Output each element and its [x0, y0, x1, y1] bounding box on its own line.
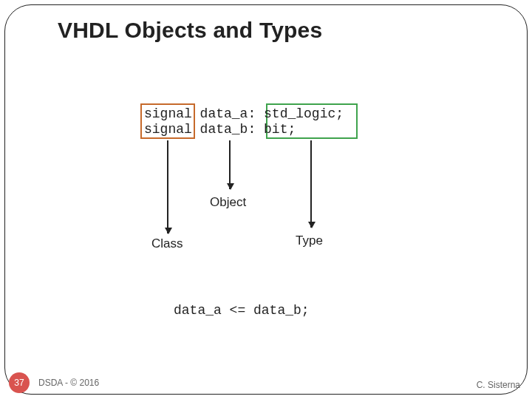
label-type: Type	[296, 233, 323, 248]
code-assignment: data_a <= data_b;	[174, 303, 310, 318]
footer-author: C. Sisterna	[477, 380, 520, 390]
code-line-1: signal data_a: std_logic;	[144, 106, 344, 121]
page-number-badge: 37	[9, 372, 30, 393]
label-object: Object	[210, 195, 246, 210]
footer-copyright: DSDA - © 2016	[38, 378, 99, 388]
arrow-to-object	[229, 140, 231, 189]
slide: VHDL Objects and Types signal data_a: st…	[0, 0, 532, 399]
footer-left-wrap: 37 DSDA - © 2016	[9, 372, 99, 393]
label-class: Class	[151, 236, 183, 251]
code-line-2: signal data_b: bit;	[144, 122, 296, 137]
rounded-frame	[4, 4, 528, 395]
arrow-to-type	[310, 140, 312, 228]
arrow-to-class	[167, 140, 168, 233]
slide-title: VHDL Objects and Types	[58, 18, 322, 43]
